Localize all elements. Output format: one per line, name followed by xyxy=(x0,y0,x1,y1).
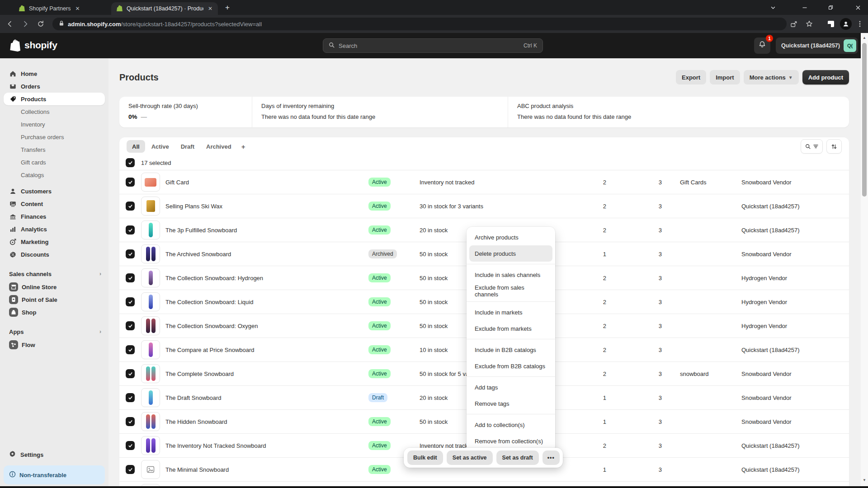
sidebar-item-settings[interactable]: Settings xyxy=(4,448,105,461)
row-checkbox[interactable] xyxy=(126,345,135,354)
window-minimize-button[interactable] xyxy=(802,0,807,15)
scroll-down-arrow[interactable]: ▼ xyxy=(861,476,868,483)
product-thumbnail[interactable] xyxy=(141,221,160,239)
sidebar-item-transfers[interactable]: Transfers xyxy=(4,143,105,156)
window-close-button[interactable] xyxy=(855,0,861,15)
product-name[interactable]: The Complete Snowboard xyxy=(165,371,368,377)
add-product-button[interactable]: Add product xyxy=(802,70,849,84)
sidebar-item-point-of-sale[interactable]: Point of Sale xyxy=(4,293,105,306)
sidebar-item-flow[interactable]: Flow xyxy=(4,338,105,351)
tab-draft[interactable]: Draft xyxy=(175,140,200,153)
reload-icon[interactable] xyxy=(35,19,46,29)
menu-item-include-in-sales-channels[interactable]: Include in sales channels xyxy=(469,267,552,283)
menu-item-exclude-from-sales-channels[interactable]: Exclude from sales channels xyxy=(469,283,552,299)
product-name[interactable]: The Inventory Not Tracked Snowboard xyxy=(165,442,368,449)
row-checkbox[interactable] xyxy=(126,249,135,258)
product-thumbnail[interactable] xyxy=(141,412,160,431)
sidebar-item-online-store[interactable]: Online Store xyxy=(4,281,105,293)
product-name[interactable]: The Archived Snowboard xyxy=(165,251,368,258)
sidebar-item-analytics[interactable]: Analytics xyxy=(4,223,105,235)
forward-icon[interactable] xyxy=(20,19,31,29)
metric-days-inventory[interactable]: Days of inventory remaining There was no… xyxy=(252,97,508,127)
metric-sell-through[interactable]: Sell-through rate (30 days) 0%— xyxy=(119,97,252,127)
product-thumbnail[interactable] xyxy=(141,244,160,263)
product-name[interactable]: The Collection Snowboard: Hydrogen xyxy=(165,275,368,282)
row-checkbox[interactable] xyxy=(126,321,135,330)
row-checkbox[interactable] xyxy=(126,178,135,187)
sidebar-item-discounts[interactable]: Discounts xyxy=(4,248,105,261)
product-name[interactable]: Selling Plans Ski Wax xyxy=(165,203,368,210)
product-thumbnail[interactable] xyxy=(141,388,160,407)
menu-item-include-in-b2b-catalogs[interactable]: Include in B2B catalogs xyxy=(469,342,552,358)
sidebar-item-shop[interactable]: Shop xyxy=(4,306,105,319)
share-icon[interactable] xyxy=(788,19,799,29)
metric-abc-analysis[interactable]: ABC product analysis There was no data f… xyxy=(508,97,849,127)
browser-menu-kebab-icon[interactable] xyxy=(854,19,865,29)
export-button[interactable]: Export xyxy=(676,70,706,84)
tab-archived[interactable]: Archived xyxy=(201,140,237,153)
product-thumbnail[interactable] xyxy=(141,460,160,479)
more-bulk-actions-button[interactable]: ••• xyxy=(542,450,560,465)
non-transferable-banner[interactable]: Non-transferable xyxy=(4,465,105,484)
row-checkbox[interactable] xyxy=(126,465,135,474)
scrollbar-thumb[interactable] xyxy=(862,43,867,197)
row-checkbox[interactable] xyxy=(126,393,135,402)
row-checkbox[interactable] xyxy=(126,273,135,282)
product-name[interactable]: Gift Card xyxy=(165,179,368,186)
bookmark-star-icon[interactable] xyxy=(804,19,815,29)
row-checkbox[interactable] xyxy=(126,225,135,235)
menu-item-exclude-from-markets[interactable]: Exclude from markets xyxy=(469,320,552,337)
product-name[interactable]: The Draft Snowboard xyxy=(165,394,368,401)
product-name[interactable]: The Collection Snowboard: Oxygen xyxy=(165,323,368,329)
product-thumbnail[interactable] xyxy=(141,197,160,216)
sidebar-item-collections[interactable]: Collections xyxy=(4,105,105,118)
product-thumbnail[interactable] xyxy=(141,364,160,383)
menu-item-archive-products[interactable]: Archive products xyxy=(469,229,552,245)
sidebar-item-customers[interactable]: Customers xyxy=(4,185,105,197)
scroll-up-arrow[interactable]: ▲ xyxy=(861,34,868,41)
menu-item-remove-from-collection-s[interactable]: Remove from collection(s) xyxy=(469,433,552,449)
set-as-draft-button[interactable]: Set as draft xyxy=(496,450,539,465)
row-checkbox[interactable] xyxy=(126,417,135,426)
sidebar-item-purchase-orders[interactable]: Purchase orders xyxy=(4,131,105,143)
tab-active[interactable]: Active xyxy=(146,140,175,153)
row-checkbox[interactable] xyxy=(126,297,135,306)
sidebar-item-inventory[interactable]: Inventory xyxy=(4,118,105,131)
sidebar-item-marketing[interactable]: Marketing xyxy=(4,235,105,248)
search-filter-button[interactable] xyxy=(801,139,823,154)
row-checkbox[interactable] xyxy=(126,369,135,378)
sidebar-item-catalogs[interactable]: Catalogs xyxy=(4,169,105,181)
browser-tab-products[interactable]: Quickstart (18ad4257) · Products ✕ xyxy=(111,2,218,15)
tab-search-chevron-icon[interactable] xyxy=(770,0,776,15)
tab-all[interactable]: All xyxy=(127,140,145,153)
product-thumbnail[interactable] xyxy=(141,268,160,287)
import-button[interactable]: Import xyxy=(710,70,740,84)
bulk-edit-button[interactable]: Bulk edit xyxy=(407,450,443,465)
menu-item-include-in-markets[interactable]: Include in markets xyxy=(469,304,552,320)
sidebar-section-apps[interactable]: Apps › xyxy=(4,325,105,338)
sidebar-item-content[interactable]: Content xyxy=(4,197,105,210)
product-name[interactable]: The Minimal Snowboard xyxy=(165,466,368,473)
browser-tab-partners[interactable]: Shopify Partners ✕ xyxy=(14,2,109,15)
sidebar-item-finances[interactable]: Finances xyxy=(4,210,105,223)
product-name[interactable]: The Collection Snowboard: Liquid xyxy=(165,299,368,305)
row-checkbox[interactable] xyxy=(126,202,135,211)
sidebar-item-orders[interactable]: Orders xyxy=(4,80,105,93)
set-as-active-button[interactable]: Set as active xyxy=(447,450,493,465)
sidebar-item-home[interactable]: Home xyxy=(4,67,105,80)
product-name[interactable]: The Hidden Snowboard xyxy=(165,418,368,425)
sort-button[interactable] xyxy=(826,139,842,154)
product-thumbnail[interactable] xyxy=(141,173,160,192)
menu-item-remove-tags[interactable]: Remove tags xyxy=(469,395,552,412)
sidebar-item-gift-cards[interactable]: Gift cards xyxy=(4,156,105,169)
menu-item-add-to-collection-s[interactable]: Add to collection(s) xyxy=(469,417,552,433)
global-search-input[interactable]: Search Ctrl K xyxy=(323,38,543,53)
product-thumbnail[interactable] xyxy=(141,340,160,359)
product-thumbnail[interactable] xyxy=(141,436,160,455)
browser-profile-avatar[interactable] xyxy=(840,18,852,30)
new-tab-button[interactable]: + xyxy=(225,4,230,11)
sidebar-item-products[interactable]: Products xyxy=(4,93,105,105)
window-restore-button[interactable] xyxy=(828,0,834,15)
product-thumbnail[interactable] xyxy=(141,316,160,335)
row-checkbox[interactable] xyxy=(126,441,135,450)
